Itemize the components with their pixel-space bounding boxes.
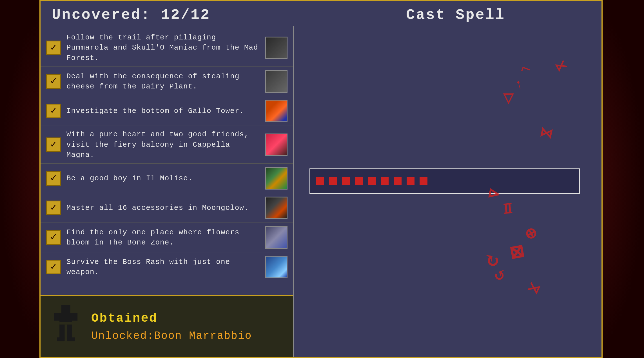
character-icon — [49, 301, 83, 352]
svg-rect-0 — [61, 305, 70, 313]
quest-text-3: Investigate the bottom of Gallo Tower. — [66, 106, 261, 116]
quest-item-2: ✓Deal with the consequence of stealing c… — [41, 67, 293, 96]
quest-item-3: ✓Investigate the bottom of Gallo Tower. — [41, 96, 293, 126]
checkmark-8: ✓ — [50, 262, 57, 272]
quest-checkbox-2: ✓ — [46, 74, 61, 89]
quest-text-1: Follow the trail after pillaging Pummaro… — [66, 32, 261, 63]
rune-symbol-4: ⊳ — [486, 184, 502, 203]
wave-icon — [265, 256, 288, 278]
rune-symbol-6: ⊗ — [523, 223, 540, 244]
quest-item-8: ✓Survive the Boss Rash with just one wea… — [41, 252, 293, 282]
quest-text-8: Survive the Boss Rash with just one weap… — [66, 257, 261, 277]
rune-symbol-10: ⋊ — [525, 279, 542, 297]
obtained-panel: Obtained Unlocked:Boon Marrabbio — [41, 295, 293, 357]
checkmark-2: ✓ — [50, 76, 57, 86]
rune-symbol-3: △ — [503, 92, 513, 108]
quest-item-1: ✓Follow the trail after pillaging Pummar… — [41, 29, 293, 67]
quest-text-5: Be a good boy in Il Molise. — [66, 173, 261, 183]
header-row: Uncovered: 12/12 Cast Spell — [41, 1, 601, 26]
cheese-icon — [265, 70, 288, 93]
rune-symbol-12: ⋈ — [539, 124, 554, 141]
quest-item-6: ✓Master all 16 accessories in Moongolow. — [41, 193, 293, 223]
quest-checkbox-3: ✓ — [46, 104, 61, 118]
obtained-label: Obtained — [91, 311, 157, 325]
cast-spell-title: Cast Spell — [321, 7, 590, 23]
spell-dot-8 — [407, 177, 415, 185]
spell-dots — [316, 177, 427, 185]
heart-icon — [265, 134, 288, 156]
spell-dot-3 — [342, 177, 350, 185]
spell-dot-7 — [394, 177, 402, 185]
quest-checkbox-5: ✓ — [46, 171, 61, 186]
spell-dot-5 — [368, 177, 376, 185]
skull-icon — [265, 37, 288, 59]
spell-dot-4 — [355, 177, 363, 185]
uncovered-title: Uncovered: 12/12 — [52, 7, 321, 23]
rune-symbol-11: ⋉ — [553, 57, 569, 75]
svg-rect-5 — [67, 324, 72, 339]
quest-checkbox-4: ✓ — [46, 137, 61, 152]
checkmark-4: ✓ — [50, 140, 57, 150]
main-panel: Uncovered: 12/12 Cast Spell ✓Follow the … — [39, 0, 603, 358]
tower-icon — [265, 100, 288, 122]
svg-rect-4 — [59, 324, 64, 339]
quest-text-6: Master all 16 accessories in Moongolow. — [66, 203, 261, 213]
svg-rect-3 — [72, 313, 77, 321]
checkmark-3: ✓ — [50, 106, 57, 116]
quest-scroll-area[interactable]: ✓Follow the trail after pillaging Pummar… — [41, 26, 293, 295]
unlocked-label: Unlocked:Boon Marrabbio — [91, 330, 252, 342]
svg-rect-8 — [59, 322, 72, 324]
quest-text-2: Deal with the consequence of stealing ch… — [66, 71, 261, 92]
quest-checkbox-7: ✓ — [46, 230, 61, 245]
spell-dot-2 — [329, 177, 337, 185]
rune-symbol-9: ↺ — [491, 266, 508, 286]
spell-dot-6 — [381, 177, 389, 185]
svg-rect-7 — [67, 337, 75, 341]
quest-text-4: With a pure heart and two good friends, … — [66, 129, 261, 160]
quest-checkbox-1: ✓ — [46, 41, 61, 55]
spell-dot-1 — [316, 177, 324, 185]
content-area: ✓Follow the trail after pillaging Pummar… — [41, 26, 601, 357]
bone-icon — [265, 226, 288, 249]
character-silhouette — [52, 304, 80, 349]
checkmark-6: ✓ — [50, 203, 57, 213]
svg-rect-6 — [57, 337, 64, 341]
checkmark-5: ✓ — [50, 173, 57, 183]
cast-spell-area: ⌐↑△⊳Ⅱ⊗⊠↻↺⋊⋉⋈ — [294, 26, 601, 357]
rune-symbol-7: ⊠ — [507, 240, 526, 264]
rune-symbol-5: Ⅱ — [502, 201, 512, 217]
quest-item-7: ✓Find the only one place where flowers b… — [41, 223, 293, 252]
obtained-text-area: Obtained Unlocked:Boon Marrabbio — [91, 311, 252, 342]
quest-list-container: ✓Follow the trail after pillaging Pummar… — [41, 26, 294, 357]
star-icon — [265, 197, 288, 219]
spell-dot-9 — [420, 177, 427, 185]
quest-item-4: ✓With a pure heart and two good friends,… — [41, 126, 293, 164]
rune-symbol-1: ⌐ — [519, 58, 534, 79]
quest-checkbox-8: ✓ — [46, 260, 61, 274]
flower-icon — [265, 167, 288, 190]
quest-checkbox-6: ✓ — [46, 201, 61, 215]
checkmark-7: ✓ — [50, 232, 57, 243]
spell-input-box[interactable] — [309, 168, 580, 194]
svg-rect-2 — [54, 313, 59, 321]
quest-item-5: ✓Be a good boy in Il Molise. — [41, 164, 293, 193]
quest-text-7: Find the only one place where flowers bl… — [66, 227, 261, 248]
checkmark-1: ✓ — [50, 43, 57, 53]
rune-symbol-2: ↑ — [513, 75, 524, 92]
